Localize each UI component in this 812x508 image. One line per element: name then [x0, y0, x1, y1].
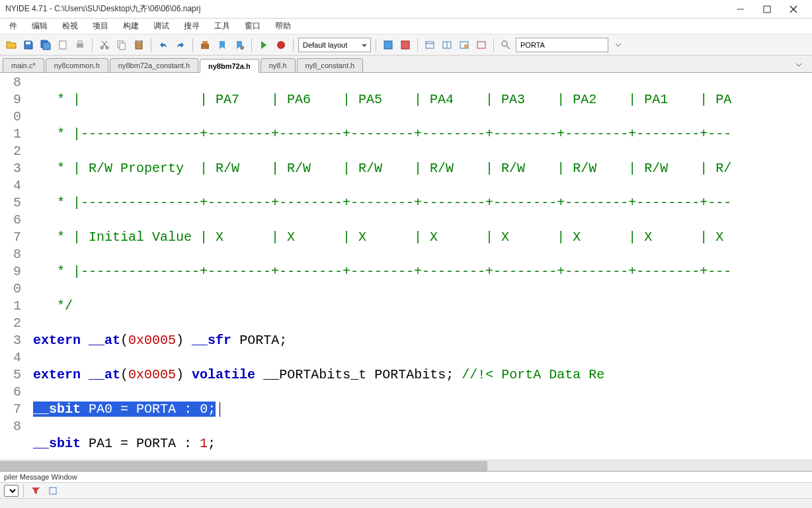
- svg-rect-4: [26, 42, 30, 44]
- svg-rect-16: [201, 44, 209, 49]
- line-number: 7: [0, 401, 21, 418]
- line-number-gutter: 8 9 0 1 2 3 4 5 6 7 8 9 0 1 2 3 4 5 6 7 …: [0, 73, 25, 460]
- search-dropdown-icon[interactable]: [611, 38, 626, 52]
- view4-icon[interactable]: [474, 38, 489, 52]
- menu-tools[interactable]: 工具: [208, 19, 237, 34]
- undo-icon[interactable]: [156, 38, 171, 52]
- panel-blue-icon[interactable]: [381, 38, 395, 52]
- toolbar-separator: [151, 38, 151, 52]
- line-number: 5: [0, 366, 21, 384]
- message-filter-dropdown[interactable]: [4, 485, 19, 497]
- svg-line-30: [507, 46, 510, 49]
- view2-icon[interactable]: [440, 38, 454, 52]
- titlebar: NYIDE 4.71 - C:\Users\SU\Desktop\九齐\06\0…: [0, 0, 812, 19]
- menu-file[interactable]: 件: [3, 19, 24, 34]
- code-comment: * |---------------+--------+--------+---…: [33, 126, 731, 142]
- save-all-icon[interactable]: [38, 38, 53, 52]
- svg-point-29: [502, 41, 507, 46]
- menu-view[interactable]: 检视: [56, 19, 85, 34]
- code-comment: //!< PortA Data Re: [462, 367, 604, 382]
- run-icon[interactable]: [257, 38, 271, 52]
- cut-icon[interactable]: [97, 38, 112, 52]
- line-number: 2: [0, 315, 21, 332]
- kw-extern: extern: [33, 367, 81, 382]
- copy-icon[interactable]: [114, 38, 129, 52]
- tab-ny8-constant-h[interactable]: ny8_constant.h: [297, 58, 364, 72]
- line-number: 7: [0, 229, 21, 246]
- search-input[interactable]: [516, 38, 608, 52]
- view3-icon[interactable]: [457, 38, 471, 52]
- layout-dropdown[interactable]: Default layout: [298, 38, 371, 52]
- menu-window[interactable]: 窗口: [238, 19, 267, 34]
- toolbar-separator: [417, 38, 418, 52]
- horizontal-scrollbar[interactable]: [0, 460, 812, 471]
- editor-tabs: main.c* ny8common.h ny8bm72a_constant.h …: [0, 56, 812, 73]
- line-number: 6: [0, 212, 21, 229]
- code-comment: * | Initial Value | X | X | X | X | X | …: [33, 230, 731, 245]
- code-comment: * |---------------+--------+--------+---…: [33, 264, 731, 279]
- code-comment: */: [33, 298, 73, 314]
- view1-icon[interactable]: [423, 38, 437, 52]
- code-text-area[interactable]: * | | PA7 | PA6 | PA5 | PA4 | PA3 | PA2 …: [25, 73, 812, 460]
- svg-point-18: [240, 46, 244, 50]
- toolbar-separator: [376, 38, 376, 52]
- scrollbar-track[interactable]: [0, 461, 812, 471]
- filter-red-icon[interactable]: [28, 484, 43, 498]
- stop-icon[interactable]: [274, 38, 288, 52]
- tab-ny8-h[interactable]: ny8.h: [261, 58, 296, 72]
- maximize-button[interactable]: [754, 1, 780, 17]
- svg-rect-20: [384, 41, 392, 49]
- code-comment: * |---------------+--------+--------+---…: [33, 195, 731, 210]
- menubar: 件 编辑 检视 项目 构建 调试 搜寻 工具 窗口 帮助: [0, 19, 812, 34]
- panel-toolbar: [0, 483, 812, 499]
- line-number: 1: [0, 298, 21, 315]
- compiler-message-window: piler Message Window: [0, 471, 812, 499]
- scrollbar-thumb[interactable]: [0, 461, 487, 471]
- code-editor[interactable]: 8 9 0 1 2 3 4 5 6 7 8 9 0 1 2 3 4 5 6 7 …: [0, 73, 812, 460]
- tab-ny8common-h[interactable]: ny8common.h: [46, 58, 108, 72]
- num: 1: [200, 436, 208, 451]
- menu-edit[interactable]: 编辑: [25, 19, 54, 34]
- build-icon[interactable]: [198, 38, 212, 52]
- panel-red-icon[interactable]: [398, 38, 413, 52]
- ident-portabits: PORTAbits: [374, 367, 446, 382]
- redo-icon[interactable]: [173, 38, 188, 52]
- close-button[interactable]: [780, 1, 807, 17]
- print-icon[interactable]: [73, 38, 87, 52]
- paste-icon[interactable]: [132, 38, 146, 52]
- menu-help[interactable]: 帮助: [268, 19, 298, 34]
- tab-overflow-icon[interactable]: [788, 60, 809, 72]
- line-number: 1: [0, 126, 21, 143]
- menu-search[interactable]: 搜寻: [177, 19, 206, 34]
- line-number: 0: [0, 108, 21, 126]
- line-number: 2: [0, 143, 21, 160]
- open-folder-icon[interactable]: [4, 38, 19, 52]
- toolbar-separator: [293, 38, 294, 52]
- ident-porta: PORTA: [239, 333, 279, 348]
- svg-rect-17: [202, 41, 208, 44]
- toolbar-separator: [192, 38, 193, 52]
- document-icon[interactable]: [56, 38, 70, 52]
- window-controls: [727, 1, 807, 17]
- svg-point-19: [277, 41, 285, 49]
- svg-rect-13: [120, 43, 125, 50]
- menu-project[interactable]: 项目: [86, 19, 115, 34]
- tab-ny8bm72a-constant-h[interactable]: ny8bm72a_constant.h: [110, 58, 198, 72]
- bookmark-icon[interactable]: [215, 38, 229, 52]
- filter-blue-icon[interactable]: [46, 484, 60, 498]
- bookmark-gear-icon[interactable]: [232, 38, 247, 52]
- menu-debug[interactable]: 调试: [147, 19, 176, 34]
- line-number: 5: [0, 194, 21, 212]
- search-icon[interactable]: [499, 38, 513, 52]
- kw-at: __at: [89, 367, 120, 382]
- save-icon[interactable]: [21, 38, 36, 52]
- svg-rect-21: [401, 41, 409, 49]
- line-number: 9: [0, 91, 21, 108]
- svg-rect-6: [77, 44, 83, 48]
- tab-main-c[interactable]: main.c*: [3, 58, 44, 72]
- tab-ny8bm72a-h[interactable]: ny8bm72a.h: [200, 59, 259, 73]
- minimize-button[interactable]: [727, 1, 754, 17]
- svg-rect-28: [477, 42, 485, 48]
- text-cursor: [220, 402, 220, 417]
- menu-build[interactable]: 构建: [116, 19, 145, 34]
